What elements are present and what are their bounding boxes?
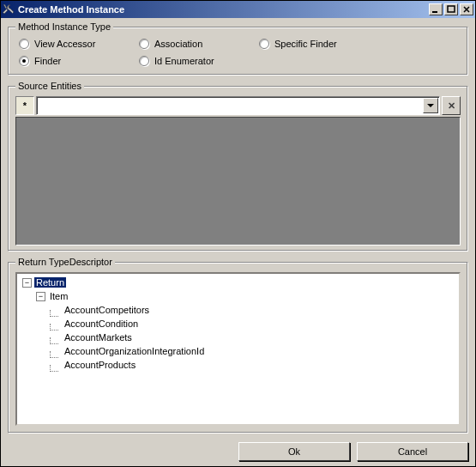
window-controls <box>429 3 473 15</box>
tree-node-leaf[interactable]: AccountCompetitors <box>50 303 455 317</box>
return-type-descriptor-group: Return TypeDescriptor − Return <box>8 257 468 434</box>
radio-finder[interactable]: Finder <box>19 56 139 66</box>
radio-icon <box>259 39 269 49</box>
new-row-marker: * <box>15 96 34 115</box>
radio-id-enumerator[interactable]: Id Enumerator <box>139 56 259 66</box>
svg-rect-2 <box>448 6 455 12</box>
source-entities-group: Source Entities * ✕ <box>8 81 468 252</box>
collapse-icon[interactable]: − <box>22 278 32 288</box>
tree-node-label[interactable]: AccountMarkets <box>63 332 134 343</box>
source-entities-legend: Source Entities <box>15 81 84 91</box>
tree-node-label[interactable]: AccountCompetitors <box>63 305 151 315</box>
close-icon <box>462 5 471 14</box>
maximize-icon <box>447 5 455 14</box>
dialog-buttons: Ok Cancel <box>8 439 468 461</box>
titlebar[interactable]: Create Method Instance <box>1 1 475 18</box>
tree-connector-icon <box>50 365 58 372</box>
ok-button[interactable]: Ok <box>238 442 350 461</box>
tree-node-label[interactable]: Return <box>34 277 66 288</box>
return-tree[interactable]: − Return − Item Acco <box>15 272 461 426</box>
minimize-button[interactable] <box>429 3 443 15</box>
radio-label: View Accessor <box>34 39 95 49</box>
tree-node-label[interactable]: Item <box>48 291 69 301</box>
tree-node-leaf[interactable]: AccountProducts <box>50 358 455 372</box>
dialog-body: Method Instance Type View Accessor Assoc… <box>1 18 475 466</box>
svg-rect-1 <box>432 11 437 13</box>
return-type-descriptor-legend: Return TypeDescriptor <box>15 257 115 267</box>
radio-association[interactable]: Association <box>139 39 259 49</box>
radio-label: Id Enumerator <box>154 56 214 66</box>
cancel-button[interactable]: Cancel <box>357 442 468 461</box>
radio-icon <box>19 56 29 66</box>
tree-node-leaf[interactable]: AccountCondition <box>50 317 455 331</box>
tree-connector-icon <box>50 337 58 344</box>
button-label: Ok <box>288 446 300 457</box>
delete-row-button[interactable]: ✕ <box>442 96 461 115</box>
window-title: Create Method Instance <box>18 4 124 15</box>
tree-node-leaf[interactable]: AccountMarkets <box>50 331 455 344</box>
delete-icon: ✕ <box>448 100 455 112</box>
radio-icon <box>139 39 149 49</box>
tree-connector-icon <box>50 310 58 317</box>
tree-node-label[interactable]: AccountCondition <box>63 318 140 329</box>
radio-icon <box>139 56 149 66</box>
method-instance-type-legend: Method Instance Type <box>15 21 113 32</box>
method-instance-type-group: Method Instance Type View Accessor Assoc… <box>8 21 468 76</box>
close-button[interactable] <box>460 3 473 15</box>
source-entities-grid[interactable] <box>15 117 461 246</box>
dialog-window: Create Method Instance Method Instance T… <box>0 0 476 467</box>
svg-rect-0 <box>3 4 7 9</box>
radio-view-accessor[interactable]: View Accessor <box>19 39 139 49</box>
tree-node-label[interactable]: AccountOrganizationIntegrationId <box>63 346 206 356</box>
radio-label: Association <box>154 39 202 49</box>
minimize-icon <box>431 5 440 14</box>
tree-node-leaf[interactable]: AccountOrganizationIntegrationId <box>50 344 455 358</box>
tree-connector-icon <box>50 324 58 331</box>
button-label: Cancel <box>398 446 427 457</box>
tree-connector-icon <box>50 351 58 358</box>
tools-icon <box>3 3 15 15</box>
tree-node-label[interactable]: AccountProducts <box>63 360 137 370</box>
radio-label: Specific Finder <box>274 39 337 49</box>
tree-node-item[interactable]: − Item <box>36 289 455 303</box>
radio-label: Finder <box>34 56 61 66</box>
combobox-dropdown-button[interactable] <box>423 98 438 113</box>
source-entity-value[interactable] <box>37 97 422 114</box>
collapse-icon[interactable]: − <box>36 292 45 301</box>
radio-icon <box>19 39 29 49</box>
source-entity-combobox[interactable] <box>36 96 440 115</box>
maximize-button[interactable] <box>444 3 458 15</box>
tree-node-return[interactable]: − Return <box>22 276 455 289</box>
radio-specific-finder[interactable]: Specific Finder <box>259 39 396 49</box>
chevron-down-icon <box>427 104 434 107</box>
